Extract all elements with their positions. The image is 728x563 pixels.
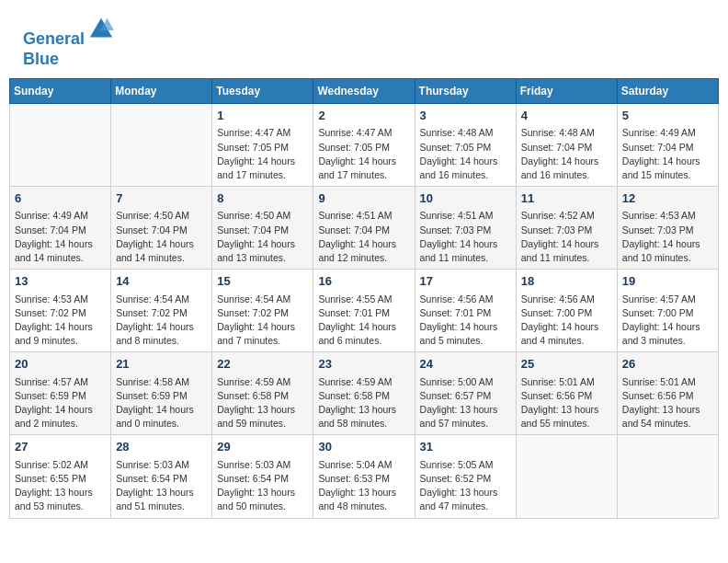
calendar-cell: 13Sunrise: 4:53 AM Sunset: 7:02 PM Dayli… (10, 270, 111, 352)
calendar-cell: 29Sunrise: 5:03 AM Sunset: 6:54 PM Dayli… (212, 435, 313, 518)
day-info: Sunrise: 5:05 AM Sunset: 6:52 PM Dayligh… (420, 458, 511, 514)
calendar-cell: 24Sunrise: 5:00 AM Sunset: 6:57 PM Dayli… (415, 352, 516, 435)
day-number: 12 (622, 190, 713, 207)
day-info: Sunrise: 4:55 AM Sunset: 7:01 PM Dayligh… (318, 293, 409, 349)
calendar-cell: 19Sunrise: 4:57 AM Sunset: 7:00 PM Dayli… (617, 270, 718, 352)
calendar-cell: 23Sunrise: 4:59 AM Sunset: 6:58 PM Dayli… (313, 352, 415, 435)
day-info: Sunrise: 4:53 AM Sunset: 7:02 PM Dayligh… (15, 293, 106, 349)
day-number: 27 (15, 439, 106, 455)
day-info: Sunrise: 4:57 AM Sunset: 6:59 PM Dayligh… (15, 375, 106, 431)
day-info: Sunrise: 4:59 AM Sunset: 6:58 PM Dayligh… (318, 375, 409, 431)
calendar-cell: 30Sunrise: 5:04 AM Sunset: 6:53 PM Dayli… (313, 435, 415, 518)
calendar-cell: 20Sunrise: 4:57 AM Sunset: 6:59 PM Dayli… (10, 352, 111, 435)
day-number: 22 (217, 356, 308, 373)
day-info: Sunrise: 4:52 AM Sunset: 7:03 PM Dayligh… (521, 209, 612, 265)
calendar-cell: 18Sunrise: 4:56 AM Sunset: 7:00 PM Dayli… (516, 270, 617, 352)
day-number: 28 (116, 439, 207, 455)
day-number: 21 (116, 356, 207, 373)
day-info: Sunrise: 4:50 AM Sunset: 7:04 PM Dayligh… (116, 209, 207, 265)
calendar-week-row: 13Sunrise: 4:53 AM Sunset: 7:02 PM Dayli… (10, 270, 719, 352)
calendar-cell: 5Sunrise: 4:49 AM Sunset: 7:04 PM Daylig… (617, 104, 718, 187)
day-info: Sunrise: 5:00 AM Sunset: 6:57 PM Dayligh… (420, 375, 511, 431)
day-number: 14 (116, 273, 207, 290)
day-number: 24 (420, 356, 511, 373)
calendar-cell: 14Sunrise: 4:54 AM Sunset: 7:02 PM Dayli… (111, 270, 212, 352)
day-number: 1 (217, 108, 308, 124)
day-info: Sunrise: 4:47 AM Sunset: 7:05 PM Dayligh… (318, 126, 409, 182)
calendar-cell: 7Sunrise: 4:50 AM Sunset: 7:04 PM Daylig… (111, 187, 212, 270)
day-info: Sunrise: 5:03 AM Sunset: 6:54 PM Dayligh… (217, 458, 308, 514)
day-number: 25 (521, 356, 612, 373)
day-number: 4 (521, 108, 612, 124)
calendar-week-row: 1Sunrise: 4:47 AM Sunset: 7:05 PM Daylig… (10, 104, 719, 187)
calendar-cell: 6Sunrise: 4:49 AM Sunset: 7:04 PM Daylig… (10, 187, 111, 270)
calendar-cell: 8Sunrise: 4:50 AM Sunset: 7:04 PM Daylig… (212, 187, 313, 270)
calendar-cell: 3Sunrise: 4:48 AM Sunset: 7:05 PM Daylig… (415, 104, 516, 187)
calendar-cell: 2Sunrise: 4:47 AM Sunset: 7:05 PM Daylig… (313, 104, 415, 187)
col-header-tuesday: Tuesday (212, 79, 313, 104)
day-info: Sunrise: 4:49 AM Sunset: 7:04 PM Dayligh… (622, 126, 713, 182)
logo-general: General (23, 29, 85, 48)
day-info: Sunrise: 5:03 AM Sunset: 6:54 PM Dayligh… (116, 458, 207, 514)
calendar-header-row: SundayMondayTuesdayWednesdayThursdayFrid… (10, 79, 719, 104)
day-info: Sunrise: 4:48 AM Sunset: 7:04 PM Dayligh… (521, 126, 612, 182)
day-number: 19 (622, 273, 713, 290)
day-info: Sunrise: 4:56 AM Sunset: 7:00 PM Dayligh… (521, 293, 612, 349)
day-number: 10 (420, 190, 511, 207)
day-info: Sunrise: 4:59 AM Sunset: 6:58 PM Dayligh… (217, 375, 308, 431)
calendar-week-row: 27Sunrise: 5:02 AM Sunset: 6:55 PM Dayli… (10, 435, 719, 518)
day-number: 13 (15, 273, 106, 290)
day-info: Sunrise: 4:51 AM Sunset: 7:03 PM Dayligh… (420, 209, 511, 265)
day-number: 6 (15, 190, 106, 207)
day-info: Sunrise: 5:04 AM Sunset: 6:53 PM Dayligh… (318, 458, 409, 514)
calendar-cell: 4Sunrise: 4:48 AM Sunset: 7:04 PM Daylig… (516, 104, 617, 187)
calendar-cell: 25Sunrise: 5:01 AM Sunset: 6:56 PM Dayli… (516, 352, 617, 435)
calendar-cell: 10Sunrise: 4:51 AM Sunset: 7:03 PM Dayli… (415, 187, 516, 270)
calendar-cell (111, 104, 212, 187)
day-number: 20 (15, 356, 106, 373)
day-info: Sunrise: 4:47 AM Sunset: 7:05 PM Dayligh… (217, 126, 308, 182)
day-info: Sunrise: 4:51 AM Sunset: 7:04 PM Dayligh… (318, 209, 409, 265)
calendar-week-row: 6Sunrise: 4:49 AM Sunset: 7:04 PM Daylig… (10, 187, 719, 270)
col-header-thursday: Thursday (415, 79, 516, 104)
day-number: 3 (420, 108, 511, 124)
logo-text: General Blue (23, 18, 114, 69)
day-info: Sunrise: 4:54 AM Sunset: 7:02 PM Dayligh… (217, 293, 308, 349)
logo-icon (88, 17, 114, 42)
calendar-cell: 9Sunrise: 4:51 AM Sunset: 7:04 PM Daylig… (313, 187, 415, 270)
col-header-monday: Monday (111, 79, 212, 104)
calendar-cell: 17Sunrise: 4:56 AM Sunset: 7:01 PM Dayli… (415, 270, 516, 352)
day-info: Sunrise: 5:02 AM Sunset: 6:55 PM Dayligh… (15, 458, 106, 514)
day-number: 8 (217, 190, 308, 207)
calendar-week-row: 20Sunrise: 4:57 AM Sunset: 6:59 PM Dayli… (10, 352, 719, 435)
calendar-cell (617, 435, 718, 518)
day-info: Sunrise: 4:57 AM Sunset: 7:00 PM Dayligh… (622, 293, 713, 349)
day-number: 15 (217, 273, 308, 290)
calendar-cell: 28Sunrise: 5:03 AM Sunset: 6:54 PM Dayli… (111, 435, 212, 518)
day-info: Sunrise: 4:53 AM Sunset: 7:03 PM Dayligh… (622, 209, 713, 265)
col-header-friday: Friday (516, 79, 617, 104)
col-header-wednesday: Wednesday (313, 79, 415, 104)
calendar-cell: 11Sunrise: 4:52 AM Sunset: 7:03 PM Dayli… (516, 187, 617, 270)
calendar-cell: 27Sunrise: 5:02 AM Sunset: 6:55 PM Dayli… (10, 435, 111, 518)
day-number: 18 (521, 273, 612, 290)
day-info: Sunrise: 4:49 AM Sunset: 7:04 PM Dayligh… (15, 209, 106, 265)
day-info: Sunrise: 4:58 AM Sunset: 6:59 PM Dayligh… (116, 375, 207, 431)
calendar-cell: 1Sunrise: 4:47 AM Sunset: 7:05 PM Daylig… (212, 104, 313, 187)
calendar-table: SundayMondayTuesdayWednesdayThursdayFrid… (9, 78, 719, 518)
day-number: 11 (521, 190, 612, 207)
col-header-saturday: Saturday (617, 79, 718, 104)
calendar-cell: 26Sunrise: 5:01 AM Sunset: 6:56 PM Dayli… (617, 352, 718, 435)
day-number: 9 (318, 190, 409, 207)
calendar-cell: 22Sunrise: 4:59 AM Sunset: 6:58 PM Dayli… (212, 352, 313, 435)
day-number: 17 (420, 273, 511, 290)
day-number: 31 (420, 439, 511, 455)
day-number: 30 (318, 439, 409, 455)
calendar-cell (10, 104, 111, 187)
day-number: 2 (318, 108, 409, 124)
day-number: 26 (622, 356, 713, 373)
logo: General Blue (23, 18, 114, 69)
calendar-cell: 12Sunrise: 4:53 AM Sunset: 7:03 PM Dayli… (617, 187, 718, 270)
day-info: Sunrise: 4:54 AM Sunset: 7:02 PM Dayligh… (116, 293, 207, 349)
calendar-cell: 16Sunrise: 4:55 AM Sunset: 7:01 PM Dayli… (313, 270, 415, 352)
